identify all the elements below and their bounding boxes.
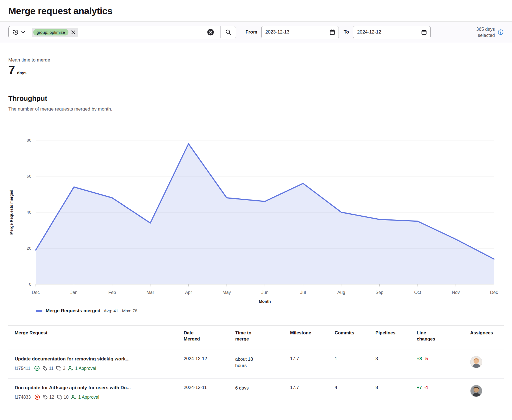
clear-icon — [207, 29, 214, 36]
approval-icon — [68, 366, 73, 371]
labels-count: 12 — [49, 395, 54, 400]
from-date-value: 2023-12-13 — [265, 29, 290, 35]
cell-milestone: 17.7 — [290, 350, 335, 368]
approvals-label: 1 Approval — [75, 366, 96, 371]
svg-text:Dec: Dec — [490, 290, 498, 295]
cell-assignees — [470, 350, 504, 375]
approvals-label: 1 Approval — [78, 395, 99, 400]
mr-title-link[interactable]: Update documentation for removing sideki… — [15, 356, 178, 362]
calendar-icon — [329, 29, 335, 35]
history-icon — [12, 29, 19, 35]
cell-assignees — [470, 379, 504, 404]
cell-date-merged: 2024-12-11 — [184, 379, 235, 397]
cell-commits: 4 — [335, 379, 375, 397]
search-input[interactable]: group::optimize — [29, 26, 220, 38]
calendar-icon — [421, 29, 427, 35]
svg-text:20: 20 — [27, 246, 31, 250]
to-date-value: 2024-12-12 — [357, 29, 381, 35]
cell-pipelines: 8 — [375, 379, 417, 397]
svg-text:Mar: Mar — [147, 290, 154, 295]
stat-value: 7 — [8, 63, 15, 77]
search-history-dropdown[interactable] — [9, 26, 29, 38]
cell-line-changes: +8-5 — [417, 350, 470, 368]
remove-token-icon[interactable] — [71, 30, 75, 34]
legend-swatch — [36, 310, 42, 312]
svg-text:Merge Requests merged: Merge Requests merged — [9, 190, 14, 235]
stat-unit: days — [17, 70, 26, 75]
additions: +7 — [417, 385, 422, 390]
mr-id: !174833 — [15, 395, 31, 400]
comments-count: 10 — [64, 395, 69, 400]
mr-id: !175411 — [15, 366, 30, 371]
filter-token[interactable]: group::optimize — [32, 28, 78, 37]
legend-stats: Avg: 41 · Max: 78 — [104, 308, 137, 313]
x-axis-title: Month — [36, 299, 494, 304]
svg-text:Apr: Apr — [185, 290, 192, 295]
svg-text:Sep: Sep — [375, 290, 383, 295]
comments-count: 3 — [63, 366, 65, 371]
legend-item[interactable]: Merge Requests merged Avg: 41 · Max: 78 — [8, 308, 504, 314]
labels-icon — [42, 366, 48, 371]
cell-milestone: 17.7 — [290, 379, 335, 397]
svg-text:Jul: Jul — [300, 290, 306, 295]
header-milestone: Milestone — [290, 326, 335, 344]
table-row: Doc update for AiUsage api only for user… — [8, 379, 504, 407]
svg-text:Jan: Jan — [70, 290, 78, 295]
approval-icon — [71, 395, 76, 400]
pipeline-failed-icon — [34, 394, 40, 400]
svg-text:0: 0 — [29, 282, 31, 286]
page-title: Merge request analytics — [0, 0, 512, 21]
filter-token-label: group::optimize — [33, 29, 68, 35]
filtered-search: group::optimize — [8, 26, 236, 38]
cell-date-merged: 2024-12-12 — [184, 350, 235, 368]
header-line-changes: Line changes — [417, 326, 470, 350]
svg-text:40: 40 — [27, 210, 31, 214]
merge-request-table: Merge Request Date Merged Time to merge … — [8, 325, 504, 407]
svg-text:Nov: Nov — [452, 290, 460, 295]
throughput-chart-area: 020406080DecJanFebMarAprMayJunJulAugSepO… — [8, 119, 504, 314]
comments-icon — [57, 395, 62, 400]
filter-bar: group::optimize — [0, 21, 512, 43]
days-selected-text: 365 days selected — [476, 26, 495, 39]
header-time-to-merge: Time to merge — [235, 326, 290, 350]
from-date-input[interactable]: 2023-12-13 — [261, 26, 339, 38]
avatar[interactable] — [470, 356, 482, 368]
throughput-heading: Throughput — [0, 77, 512, 103]
info-icon[interactable] — [498, 29, 504, 35]
header-pipelines: Pipelines — [375, 326, 417, 344]
comments-icon — [56, 366, 62, 371]
svg-text:Jun: Jun — [261, 290, 268, 295]
svg-text:Feb: Feb — [108, 290, 116, 295]
additions: +8 — [417, 356, 422, 361]
clear-search-button[interactable] — [204, 29, 217, 36]
svg-text:80: 80 — [27, 138, 31, 142]
header-commits: Commits — [335, 326, 375, 344]
svg-text:Aug: Aug — [337, 290, 345, 295]
search-icon — [225, 29, 231, 35]
to-date-input[interactable]: 2024-12-12 — [353, 26, 431, 38]
svg-text:60: 60 — [27, 174, 31, 178]
labels-count: 11 — [49, 366, 54, 371]
deletions: -4 — [424, 385, 428, 390]
approvals: 1 Approval — [71, 395, 99, 400]
table-header-row: Merge Request Date Merged Time to merge … — [8, 326, 504, 350]
cell-time-to-merge: about 18 hours — [235, 350, 290, 376]
table-row: Update documentation for removing sideki… — [8, 350, 504, 379]
cell-time-to-merge: 6 days — [235, 379, 290, 398]
cell-line-changes: +7-4 — [417, 379, 470, 397]
deletions: -5 — [424, 356, 428, 361]
svg-text:May: May — [222, 290, 231, 295]
pipeline-success-icon — [34, 365, 40, 371]
header-merge-request: Merge Request — [8, 326, 184, 344]
mr-title-link[interactable]: Doc update for AiUsage api only for user… — [15, 385, 178, 391]
to-label: To — [344, 29, 349, 35]
legend-label: Merge Requests merged — [46, 308, 100, 314]
search-button[interactable] — [220, 26, 236, 38]
chevron-down-icon — [21, 31, 25, 34]
svg-text:Oct: Oct — [414, 290, 421, 295]
header-date-merged: Date Merged — [184, 326, 235, 350]
cell-commits: 1 — [335, 350, 375, 368]
days-selected: 365 days selected — [476, 26, 504, 39]
avatar[interactable] — [470, 385, 482, 397]
labels-icon — [43, 395, 48, 400]
